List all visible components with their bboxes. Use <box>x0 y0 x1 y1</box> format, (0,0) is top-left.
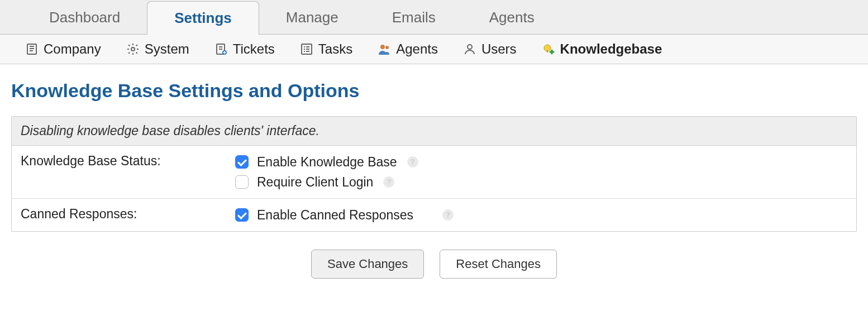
sub-nav: Company System Tickets Tasks Agents User… <box>0 35 868 64</box>
subnav-tickets[interactable]: Tickets <box>214 41 275 57</box>
canned-field: Enable Canned Responses ? <box>233 207 847 223</box>
tab-manage[interactable]: Manage <box>259 1 365 34</box>
subnav-agents-label: Agents <box>396 41 438 57</box>
subnav-company-label: Company <box>44 41 101 57</box>
tab-emails[interactable]: Emails <box>365 1 462 34</box>
gear-icon <box>126 42 140 56</box>
enable-kb-text: Enable Knowledge Base <box>257 155 397 170</box>
subnav-system[interactable]: System <box>126 41 189 57</box>
svg-point-4 <box>131 47 135 51</box>
subnav-company[interactable]: Company <box>25 41 101 57</box>
button-row: Save Changes Reset Changes <box>11 232 857 307</box>
subnav-users[interactable]: Users <box>462 41 517 57</box>
subnav-system-label: System <box>145 41 189 57</box>
help-icon[interactable]: ? <box>442 209 454 221</box>
knowledgebase-icon <box>541 42 556 56</box>
svg-point-16 <box>380 45 385 49</box>
help-icon[interactable]: ? <box>383 176 394 188</box>
svg-point-18 <box>468 45 472 49</box>
enable-kb-checkbox[interactable] <box>235 155 249 169</box>
row-kb-status: Knowledge Base Status: Enable Knowledge … <box>12 146 856 199</box>
svg-point-17 <box>385 46 389 49</box>
reset-button[interactable]: Reset Changes <box>440 250 557 279</box>
subnav-knowledgebase-label: Knowledgebase <box>560 41 662 57</box>
agents-icon <box>377 42 392 56</box>
kb-status-field: Enable Knowledge Base ? Require Client L… <box>233 154 847 190</box>
tasks-icon <box>299 42 314 56</box>
canned-label: Canned Responses: <box>21 207 233 223</box>
page-title: Knowledge Base Settings and Options <box>11 80 857 102</box>
save-button[interactable]: Save Changes <box>311 250 424 279</box>
subnav-tickets-label: Tickets <box>233 41 275 57</box>
tab-agents[interactable]: Agents <box>462 1 561 34</box>
ticket-icon <box>214 42 228 56</box>
kb-status-label: Knowledge Base Status: <box>21 154 233 190</box>
settings-form: Disabling knowledge base disables client… <box>11 116 857 232</box>
subnav-tasks-label: Tasks <box>318 41 352 57</box>
form-hint: Disabling knowledge base disables client… <box>12 117 856 146</box>
subnav-users-label: Users <box>481 41 517 57</box>
tab-dashboard[interactable]: Dashboard <box>22 1 147 34</box>
enable-canned-checkbox[interactable] <box>235 208 249 222</box>
help-icon[interactable]: ? <box>407 156 418 167</box>
subnav-agents[interactable]: Agents <box>377 41 438 57</box>
tab-settings[interactable]: Settings <box>147 1 259 35</box>
company-icon <box>25 42 39 56</box>
require-login-checkbox[interactable] <box>235 175 249 189</box>
subnav-tasks[interactable]: Tasks <box>299 41 352 57</box>
main-tabs: Dashboard Settings Manage Emails Agents <box>0 0 868 35</box>
users-icon <box>462 42 477 56</box>
require-login-text: Require Client Login <box>257 175 373 190</box>
subnav-knowledgebase[interactable]: Knowledgebase <box>541 41 662 57</box>
row-canned: Canned Responses: Enable Canned Response… <box>12 199 856 231</box>
page-content: Knowledge Base Settings and Options Disa… <box>0 64 868 316</box>
enable-canned-text: Enable Canned Responses <box>257 208 413 223</box>
